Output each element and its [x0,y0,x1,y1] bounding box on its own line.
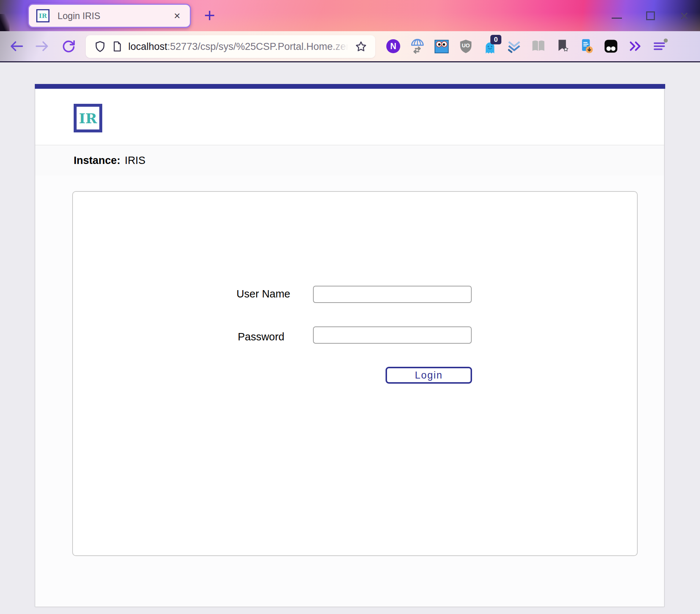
tab-strip: IR Login IRIS × + × [0,0,700,31]
navigation-toolbar: localhost:52773/csp/sys/%25CSP.Portal.Ho… [0,31,700,62]
ublock-shield-icon: UO [458,39,474,54]
address-bar[interactable]: localhost:52773/csp/sys/%25CSP.Portal.Ho… [86,35,375,58]
page-top-accent-bar [35,84,665,89]
menu-notification-dot [664,39,668,43]
overflow-menu-button[interactable] [623,34,647,58]
password-label: Password [196,331,284,343]
extension-doc-download-button[interactable] [575,34,599,58]
url-path: :52773/csp/sys/%25CSP.Portal.Home.zen [167,41,351,52]
forward-button[interactable] [32,31,52,61]
page-info-icon[interactable] [108,38,125,55]
username-label: User Name [202,288,290,300]
instance-value: IRIS [125,154,145,167]
reload-icon [61,39,76,54]
extension-ghostery-button[interactable]: 0 [478,34,502,58]
ghostery-badge: 0 [490,35,501,44]
reload-button[interactable] [59,31,78,61]
extension-chevrons-button[interactable] [502,34,526,58]
instance-label: Instance: [74,154,120,167]
browser-tab-login-iris[interactable]: IR Login IRIS × [28,4,191,28]
password-input[interactable] [313,326,472,344]
username-input[interactable] [313,286,472,303]
open-book-icon [530,38,547,55]
app-menu-button[interactable] [647,34,671,58]
bookmark-flag-star-icon [555,38,571,54]
close-window-button[interactable]: × [678,10,690,22]
page-background: IR Instance: IRIS User Name Password Log… [0,62,700,614]
browser-window: IR Login IRIS × + × [0,0,700,614]
login-page-card: IR Instance: IRIS User Name Password Log… [35,84,664,607]
double-arrow-right-icon [627,39,643,54]
extension-tampermonkey-button[interactable] [599,34,623,58]
n-circle-icon: N [386,39,400,53]
tab-title: Login IRIS [58,11,172,21]
instance-bar: Instance: IRIS [35,145,664,175]
extension-ublock-button[interactable]: UO [454,34,478,58]
tracking-protection-shield-icon[interactable] [92,38,108,55]
url-text: localhost:52773/csp/sys/%25CSP.Portal.Ho… [128,41,353,52]
url-host: localhost [128,41,167,52]
iris-favicon-icon: IR [36,9,49,22]
new-tab-button[interactable]: + [199,4,221,26]
black-square-eyes-icon [603,38,619,54]
page-header: IR [35,89,664,145]
googly-eyes-icon [434,38,450,54]
bookmark-star-toggle-icon[interactable] [353,38,369,55]
window-controls: × [611,0,697,31]
umbrella-icon [409,38,425,54]
theme-art-wedge [0,14,10,31]
url-fade [331,41,353,52]
extension-n-button[interactable]: N [381,34,405,58]
back-button[interactable] [7,31,26,61]
tab-close-icon[interactable]: × [172,10,183,22]
extension-bookmark-manager-button[interactable] [550,34,575,58]
forward-arrow-icon [34,39,50,54]
login-button[interactable]: Login [386,367,472,384]
login-panel: User Name Password Login [72,191,638,556]
double-chevron-icon [506,38,522,54]
minimize-button[interactable] [611,10,623,22]
extension-reading-list-button[interactable] [526,34,550,58]
svg-text:UO: UO [462,43,470,48]
extension-toolbar: N [381,31,671,61]
iris-logo: IR [74,104,102,132]
extension-cookie-eyes-button[interactable] [430,34,454,58]
document-download-icon [579,38,595,54]
maximize-button[interactable] [644,10,657,22]
back-arrow-icon [9,39,24,54]
extension-proxy-umbrella-button[interactable] [405,34,430,58]
